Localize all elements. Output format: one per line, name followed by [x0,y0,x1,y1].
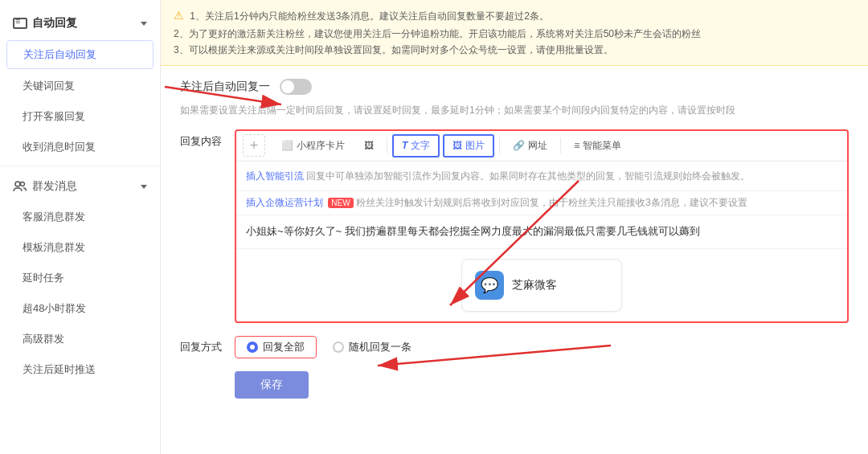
auto-reply-icon [13,18,27,29]
toggle-switch[interactable] [280,79,312,95]
sidebar-item-follow-delayed[interactable]: 关注后延时推送 [0,354,160,385]
notice-bar: ⚠ 1、关注后1分钟内只能给粉丝发送3条消息。建议关注后自动回复数量不要超过2条… [161,0,868,66]
text-btn[interactable]: T 文字 [392,134,440,157]
notice-line-2: 2、为了更好的激活新关注粉丝，建议您使用关注后一分钟追粉功能。开启该功能后，系统… [174,28,701,39]
enterprise-plan-link[interactable]: 插入企微运营计划 [246,197,323,208]
divider-2 [499,137,500,153]
radio-group: 回复全部 随机回复一条 [235,336,411,358]
message-area[interactable]: 小姐妹~等你好久了~ 我们捞遍群里每天都会挖掘全网力度最大的漏洞最低只需要几毛钱… [236,215,847,249]
url-btn[interactable]: 🔗 网址 [505,136,555,156]
card-icon: 💬 [475,271,504,300]
sidebar: 自动回复 关注后自动回复 关键词回复 打开客服回复 收到消息时回复 群发消息 客… [0,0,161,454]
reply-all-option[interactable]: 回复全部 [235,336,317,358]
reply-toolbar: + ⬜ 小程序卡片 🖼 T 文字 [235,129,849,323]
warning-icon: ⚠ [174,9,184,22]
sidebar-item-advanced-mass[interactable]: 高级群发 [0,324,160,354]
sidebar-item-follow-auto-reply[interactable]: 关注后自动回复 [6,40,154,69]
card-name: 芝麻微客 [512,278,557,292]
sidebar-item-customer-service-reply[interactable]: 打开客服回复 [0,101,160,132]
sidebar-section-auto-reply[interactable]: 自动回复 [0,8,160,39]
svg-point-0 [15,182,20,186]
enterprise-plan: 插入企微运营计划 NEW 粉丝关注时触发计划规则后将收到对应回复，由于粉丝关注只… [236,191,847,215]
smart-flow: 插入智能引流 回复中可单独添加智能引流作为回复内容。如果同时存在其他类型的回复，… [236,162,847,191]
reply-method-label: 回复方式 [180,340,225,354]
message-text: 小姐妹~等你好久了~ 我们捞遍群里每天都会挖掘全网力度最大的漏洞最低只需要几毛钱… [246,225,700,237]
reply-random-radio[interactable] [333,342,344,353]
sidebar-item-template-mass[interactable]: 模板消息群发 [0,232,160,263]
smart-flow-link[interactable]: 插入智能引流 [246,170,304,182]
sidebar-divider [0,166,160,166]
sidebar-item-over48-mass[interactable]: 超48小时群发 [0,293,160,324]
toolbar-buttons: + ⬜ 小程序卡片 🖼 T 文字 [236,131,847,162]
divider-1 [387,137,387,153]
reply-random-option[interactable]: 随机回复一条 [333,340,411,354]
sidebar-item-receive-message-reply[interactable]: 收到消息时回复 [0,132,160,162]
image-thumb-icon: 🖼 [364,140,374,151]
smart-menu-icon: ≡ [574,140,579,151]
group-send-icon [13,179,27,194]
url-icon: 🔗 [513,140,525,151]
hint-text: 如果需要设置关注后隔一定时间后回复，请设置延时回复，最多延时1分钟；如果需要某个… [180,103,849,118]
content-area: 关注后自动回复一 如果需要设置关注后隔一定时间后回复，请设置延时回复，最多延时1… [161,66,868,454]
svg-point-1 [21,182,25,186]
add-button[interactable]: + [243,134,265,157]
reply-method-row: 回复方式 回复全部 随机回复一条 [180,336,849,358]
notice-line-1: 1、关注后1分钟内只能给粉丝发送3条消息。建议关注后自动回复数量不要超过2条。 [190,10,549,22]
reply-content-label: 回复内容 [180,129,225,149]
notice-line-3: 3、可以根据关注来源或关注时间段单独设置回复。如需同时对多个公众号统一设置，请使… [174,44,613,55]
save-button[interactable]: 保存 [235,371,309,399]
divider-3 [560,137,561,153]
sidebar-item-keyword-reply[interactable]: 关键词回复 [0,71,160,101]
image-icon: 🖼 [452,140,462,151]
sidebar-item-delayed-task[interactable]: 延时任务 [0,263,160,293]
sidebar-item-customer-mass[interactable]: 客服消息群发 [0,202,160,232]
toggle-row: 关注后自动回复一 [180,79,849,95]
mass-arrow-icon [141,185,147,189]
auto-reply-title: 自动回复 [32,16,77,31]
smart-flow-desc: 回复中可单独添加智能引流作为回复内容。如果同时存在其他类型的回复，智能引流规则始… [306,170,750,182]
mini-card: 💬 芝麻微客 [461,259,622,312]
content-inner: 关注后自动回复一 如果需要设置关注后隔一定时间后回复，请设置延时回复，最多延时1… [161,66,868,427]
mini-program-btn[interactable]: ⬜ 小程序卡片 [273,136,353,156]
image-thumb-btn[interactable]: 🖼 [356,137,382,154]
main-content: ⚠ 1、关注后1分钟内只能给粉丝发送3条消息。建议关注后自动回复数量不要超过2条… [161,0,868,454]
enterprise-desc: 粉丝关注时触发计划规则后将收到对应回复，由于粉丝关注只能接收3条消息，建议不要设… [356,197,747,208]
reply-all-label: 回复全部 [263,340,305,354]
reply-all-radio[interactable] [247,342,258,353]
reply-random-label: 随机回复一条 [349,340,411,354]
text-icon: T [402,140,407,151]
toggle-label: 关注后自动回复一 [180,80,270,94]
mini-program-icon: ⬜ [281,140,293,151]
image-btn[interactable]: 🖼 图片 [443,134,494,157]
card-area: 💬 芝麻微客 [236,249,847,321]
new-badge: NEW [328,198,353,208]
reply-section: 回复内容 + ⬜ 小程序卡片 🖼 [180,129,849,323]
smart-menu-btn[interactable]: ≡ 智能菜单 [566,136,629,156]
arrow-down-icon [141,22,147,26]
sidebar-section-mass-message[interactable]: 群发消息 [0,171,160,202]
